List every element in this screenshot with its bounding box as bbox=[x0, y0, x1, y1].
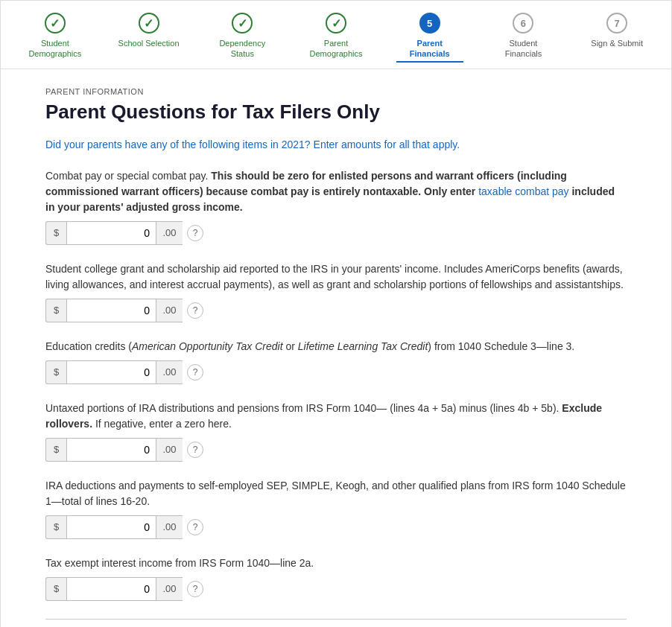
step-label-student-financials: Student Financials bbox=[489, 38, 557, 60]
step-dependency-status[interactable]: ✓Dependency Status bbox=[195, 13, 289, 60]
cents-box-combat-pay: .00 bbox=[156, 221, 183, 245]
step-icon-student-financials: 6 bbox=[513, 13, 533, 34]
step-parent-demographics[interactable]: ✓Parent Demographics bbox=[289, 13, 383, 60]
dollar-sign-combat-pay: $ bbox=[45, 221, 66, 245]
help-icon-combat-pay[interactable]: ? bbox=[187, 225, 203, 241]
input-row-education-credits: $.00? bbox=[45, 360, 627, 384]
amount-input-combat-pay[interactable] bbox=[66, 221, 156, 245]
cents-box-tax-exempt-interest: .00 bbox=[156, 577, 183, 601]
input-row-ira-deductions: $.00? bbox=[45, 515, 627, 539]
cents-box-ira-deductions: .00 bbox=[156, 515, 183, 539]
help-icon-ira-deductions[interactable]: ? bbox=[187, 519, 203, 535]
amount-input-tax-exempt-interest[interactable] bbox=[66, 577, 156, 601]
input-row-tax-exempt-interest: $.00? bbox=[45, 577, 627, 601]
step-parent-financials[interactable]: 5Parent Financials bbox=[383, 13, 477, 63]
step-label-parent-demographics: Parent Demographics bbox=[302, 38, 370, 60]
amount-input-student-grant[interactable] bbox=[66, 299, 156, 322]
step-student-demographics[interactable]: ✓Student Demographics bbox=[8, 13, 102, 60]
step-label-dependency-status: Dependency Status bbox=[209, 38, 276, 60]
page-title: Parent Questions for Tax Filers Only bbox=[45, 101, 627, 124]
question-text-tax-exempt-interest: Tax exempt interest income from IRS Form… bbox=[45, 556, 627, 571]
dollar-sign-student-grant: $ bbox=[45, 299, 66, 322]
question-block-ira-deductions: IRA deductions and payments to self-empl… bbox=[45, 478, 627, 539]
step-icon-parent-demographics: ✓ bbox=[326, 13, 346, 34]
divider bbox=[45, 619, 627, 620]
link-combat-pay[interactable]: taxable combat pay bbox=[478, 185, 568, 197]
dollar-sign-untaxed-ira: $ bbox=[45, 438, 66, 462]
step-icon-sign-submit: 7 bbox=[606, 13, 627, 34]
section-label: PARENT INFORMATION bbox=[45, 87, 627, 96]
question-text-ira-deductions: IRA deductions and payments to self-empl… bbox=[45, 478, 627, 509]
dollar-sign-education-credits: $ bbox=[45, 360, 66, 384]
step-sign-submit[interactable]: 7Sign & Submit bbox=[570, 13, 664, 48]
question-text-untaxed-ira: Untaxed portions of IRA distributions an… bbox=[45, 401, 627, 432]
dollar-sign-ira-deductions: $ bbox=[45, 515, 66, 539]
step-label-student-demographics: Student Demographics bbox=[22, 38, 89, 60]
step-icon-parent-financials: 5 bbox=[419, 13, 440, 34]
step-icon-school-selection: ✓ bbox=[139, 13, 159, 34]
check-icon: ✓ bbox=[238, 16, 247, 31]
dollar-sign-tax-exempt-interest: $ bbox=[45, 577, 66, 601]
cents-box-student-grant: .00 bbox=[156, 299, 183, 322]
help-icon-tax-exempt-interest[interactable]: ? bbox=[187, 581, 203, 597]
step-label-parent-financials: Parent Financials bbox=[396, 38, 463, 63]
amount-input-ira-deductions[interactable] bbox=[66, 515, 156, 539]
help-icon-student-grant[interactable]: ? bbox=[187, 302, 203, 319]
question-block-student-grant: Student college grant and scholarship ai… bbox=[45, 261, 627, 322]
question-text-student-grant: Student college grant and scholarship ai… bbox=[45, 261, 627, 293]
cents-box-education-credits: .00 bbox=[156, 360, 183, 384]
help-icon-untaxed-ira[interactable]: ? bbox=[187, 442, 203, 458]
question-block-tax-exempt-interest: Tax exempt interest income from IRS Form… bbox=[45, 556, 627, 601]
cents-box-untaxed-ira: .00 bbox=[156, 438, 183, 462]
step-label-school-selection: School Selection bbox=[118, 38, 180, 48]
check-icon: ✓ bbox=[50, 16, 60, 31]
question-text-combat-pay: Combat pay or special combat pay. This s… bbox=[45, 168, 627, 215]
step-student-financials[interactable]: 6Student Financials bbox=[477, 13, 571, 60]
input-row-combat-pay: $.00? bbox=[45, 221, 627, 245]
step-icon-student-demographics: ✓ bbox=[45, 13, 66, 34]
help-icon-education-credits[interactable]: ? bbox=[187, 364, 203, 381]
step-icon-dependency-status: ✓ bbox=[232, 13, 253, 34]
intro-text: Did your parents have any of the followi… bbox=[45, 139, 627, 150]
input-row-student-grant: $.00? bbox=[45, 299, 627, 322]
amount-input-education-credits[interactable] bbox=[66, 360, 156, 384]
questions-container: Combat pay or special combat pay. This s… bbox=[45, 168, 627, 601]
question-text-education-credits: Education credits (American Opportunity … bbox=[45, 339, 627, 354]
step-school-selection[interactable]: ✓School Selection bbox=[102, 13, 196, 48]
progress-bar: ✓Student Demographics✓School Selection✓D… bbox=[1, 1, 671, 69]
step-label-sign-submit: Sign & Submit bbox=[591, 38, 643, 48]
check-icon: ✓ bbox=[332, 16, 341, 31]
check-icon: ✓ bbox=[144, 16, 153, 31]
question-block-untaxed-ira: Untaxed portions of IRA distributions an… bbox=[45, 401, 627, 462]
input-row-untaxed-ira: $.00? bbox=[45, 438, 627, 462]
question-block-education-credits: Education credits (American Opportunity … bbox=[45, 339, 627, 384]
amount-input-untaxed-ira[interactable] bbox=[66, 438, 156, 462]
question-block-combat-pay: Combat pay or special combat pay. This s… bbox=[45, 168, 627, 245]
